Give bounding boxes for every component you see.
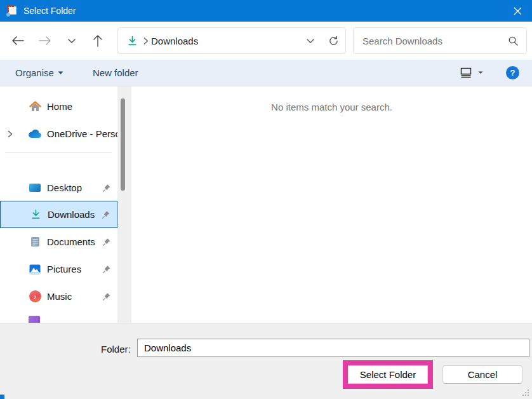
sidebar-item-downloads[interactable]: Downloads: [0, 201, 117, 228]
music-note-glyph: ♪: [33, 293, 37, 301]
close-button[interactable]: [503, 0, 532, 22]
sidebar-item-videos-icon[interactable]: [29, 316, 40, 323]
select-folder-button[interactable]: Select Folder: [348, 365, 428, 384]
select-folder-dialog: Select Folder: [0, 0, 532, 399]
search-input[interactable]: [362, 36, 508, 46]
breadcrumb-chevron-icon: [143, 37, 149, 44]
pin-icon: [102, 292, 111, 301]
downloads-icon: [29, 209, 43, 220]
window-title: Select Folder: [23, 6, 76, 16]
sidebar-item-label: Desktop: [47, 182, 82, 193]
sidebar-scrollbar-track[interactable]: [117, 86, 131, 323]
help-icon: ?: [510, 68, 515, 78]
sidebar-item-home[interactable]: Home: [0, 93, 117, 120]
file-list-pane[interactable]: No items match your search.: [131, 86, 532, 323]
resize-grip[interactable]: [522, 389, 529, 396]
sidebar-item-pictures[interactable]: Pictures: [0, 255, 117, 283]
cancel-button[interactable]: Cancel: [442, 365, 522, 384]
help-button[interactable]: ?: [506, 66, 519, 79]
pictures-icon: [28, 264, 42, 274]
sidebar-item-label: Music: [47, 291, 72, 302]
sidebar-item-label: Downloads: [48, 209, 95, 220]
views-dropdown-chevron-icon: [478, 71, 483, 74]
address-bar[interactable]: Downloads: [117, 27, 346, 54]
sidebar-item-label: Home: [47, 101, 72, 112]
folder-field-label: Folder:: [101, 344, 131, 355]
sidebar-item-desktop[interactable]: Desktop: [0, 174, 117, 201]
forward-icon: [39, 36, 51, 45]
up-button[interactable]: [88, 30, 108, 51]
forward-button[interactable]: [35, 30, 55, 51]
app-icon: [6, 5, 18, 17]
sidebar-item-documents[interactable]: Documents: [0, 228, 117, 255]
sidebar-item-music[interactable]: ♪ Music: [0, 283, 117, 310]
expand-chevron-icon[interactable]: [8, 130, 13, 138]
sidebar-item-label: OneDrive - Perso: [47, 128, 117, 139]
sidebar-item-label: Pictures: [47, 264, 81, 274]
title-bar: Select Folder: [0, 0, 532, 22]
taskbar-corner-artifact: [0, 395, 4, 399]
back-button[interactable]: [8, 30, 28, 51]
documents-icon: [28, 236, 42, 247]
folder-name-input[interactable]: [137, 339, 529, 357]
views-icon: [459, 67, 473, 79]
breadcrumb-location[interactable]: Downloads: [151, 36, 198, 46]
sidebar-divider: [5, 152, 112, 153]
desktop-icon: [28, 184, 42, 192]
search-icon[interactable]: [508, 36, 519, 46]
organise-menu-button[interactable]: Organise: [15, 67, 63, 78]
address-dropdown-icon[interactable]: [307, 39, 314, 43]
pin-icon: [102, 265, 111, 274]
home-icon: [28, 101, 42, 112]
organise-label: Organise: [15, 67, 54, 78]
sidebar-scrollbar-thumb[interactable]: [121, 98, 125, 191]
sidebar-item-label: Documents: [47, 236, 95, 247]
views-dropdown-button[interactable]: [459, 67, 483, 79]
history-dropdown-button[interactable]: [62, 30, 82, 51]
back-icon: [11, 36, 24, 45]
body-area: Home OneDrive - Perso: [0, 86, 532, 323]
new-folder-label: New folder: [93, 67, 138, 78]
command-bar: Organise New folder ?: [0, 60, 532, 86]
close-icon: [514, 7, 522, 15]
sidebar-item-onedrive[interactable]: OneDrive - Perso: [0, 120, 117, 147]
onedrive-cloud-icon: [28, 130, 42, 139]
navigation-bar: Downloads: [0, 22, 532, 60]
downloads-location-icon: [127, 36, 138, 46]
organise-dropdown-icon: [58, 71, 63, 75]
pin-icon: [102, 238, 111, 247]
empty-state-message: No items match your search.: [131, 102, 532, 112]
dialog-footer: [0, 323, 532, 399]
chevron-down-icon: [68, 39, 76, 43]
pin-icon: [102, 184, 111, 193]
refresh-icon[interactable]: [328, 36, 339, 46]
music-icon: ♪: [28, 290, 42, 302]
up-arrow-icon: [93, 34, 102, 47]
search-box[interactable]: [353, 27, 527, 54]
new-folder-button[interactable]: New folder: [93, 67, 138, 78]
pin-icon: [102, 210, 110, 219]
